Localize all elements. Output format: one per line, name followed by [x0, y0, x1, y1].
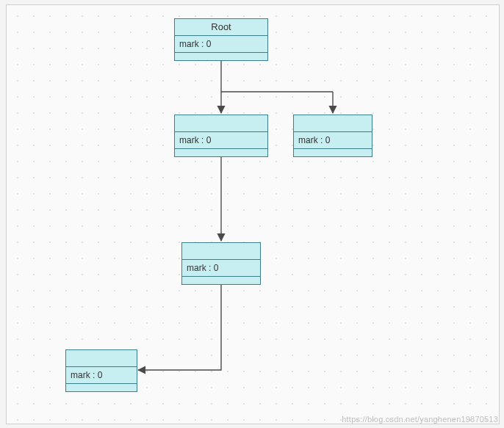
node-a-mark: mark : 0	[175, 132, 267, 149]
node-root[interactable]: Root mark : 0	[174, 18, 268, 61]
node-b-empty	[294, 149, 372, 156]
node-a-title	[175, 115, 267, 132]
node-c-empty	[182, 277, 260, 284]
node-root-title: Root	[175, 19, 267, 36]
node-d[interactable]: mark : 0	[65, 349, 137, 392]
node-d-title	[66, 350, 137, 367]
node-d-mark: mark : 0	[66, 367, 137, 384]
node-root-mark: mark : 0	[175, 36, 267, 53]
node-c-mark: mark : 0	[182, 260, 260, 277]
node-b-mark: mark : 0	[294, 132, 372, 149]
node-c[interactable]: mark : 0	[181, 242, 261, 285]
node-d-empty	[66, 384, 137, 391]
node-b[interactable]: mark : 0	[293, 115, 372, 157]
node-a[interactable]: mark : 0	[174, 115, 268, 157]
watermark-text: https://blog.csdn.net/yanghenen19870513	[342, 415, 498, 424]
node-b-title	[294, 115, 372, 132]
node-a-empty	[175, 149, 267, 156]
diagram-canvas: Root mark : 0 mark : 0 mark : 0 mark : 0…	[6, 4, 500, 424]
node-root-empty	[175, 53, 267, 60]
node-c-title	[182, 243, 260, 260]
